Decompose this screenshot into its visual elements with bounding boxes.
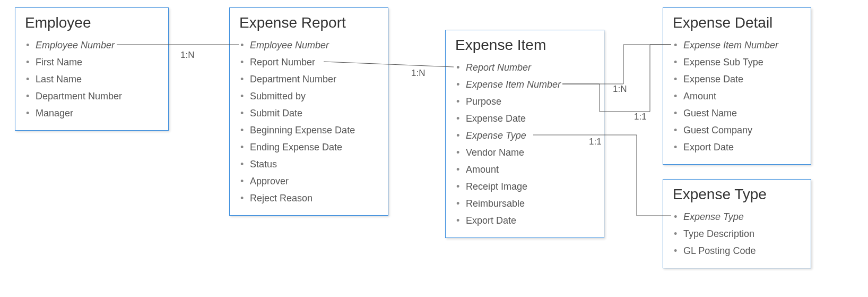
entity-expense-detail-attrs: Expense Item NumberExpense Sub TypeExpen… (673, 37, 801, 156)
entity-expense-type: Expense Type Expense TypeType Descriptio… (663, 179, 811, 268)
attr-item: GL Posting Code (673, 242, 801, 259)
attr-item: Expense Date (673, 71, 801, 88)
attr-item: Export Date (455, 212, 594, 229)
attr-item: Beginning Expense Date (239, 122, 378, 139)
attr-item: Amount (673, 88, 801, 105)
entity-employee-attrs: Employee NumberFirst NameLast NameDepart… (25, 37, 159, 122)
entity-expense-item-attrs: Report NumberExpense Item NumberPurposeE… (455, 59, 594, 229)
attr-item: Expense Type (455, 127, 594, 144)
attr-item: Purpose (455, 93, 594, 110)
attr-item: Receipt Image (455, 178, 594, 195)
entity-expense-detail: Expense Detail Expense Item NumberExpens… (663, 7, 811, 165)
attr-item: Expense Date (455, 110, 594, 127)
entity-title: Expense Detail (673, 14, 801, 31)
rel-label-emp-report: 1:N (180, 50, 194, 61)
entity-title: Expense Type (673, 186, 801, 203)
attr-item: Ending Expense Date (239, 139, 378, 156)
attr-item: Department Number (239, 71, 378, 88)
entity-expense-report: Expense Report Employee NumberReport Num… (229, 7, 388, 216)
attr-item: Approver (239, 173, 378, 190)
entity-title: Employee (25, 14, 159, 31)
entity-expense-type-attrs: Expense TypeType DescriptionGL Posting C… (673, 208, 801, 259)
attr-item: Report Number (455, 59, 594, 76)
attr-item: Employee Number (25, 37, 159, 54)
attr-item: First Name (25, 54, 159, 71)
entity-title: Expense Item (455, 37, 594, 54)
rel-label-item-type: 1:1 (589, 137, 602, 147)
rel-label-report-item: 1:N (411, 68, 425, 79)
attr-item: Expense Item Number (455, 76, 594, 93)
attr-item: Vendor Name (455, 144, 594, 161)
attr-item: Amount (455, 161, 594, 178)
entity-employee: Employee Employee NumberFirst NameLast N… (15, 7, 169, 131)
attr-item: Report Number (239, 54, 378, 71)
attr-item: Manager (25, 105, 159, 122)
attr-item: Employee Number (239, 37, 378, 54)
attr-item: Type Description (673, 225, 801, 242)
attr-item: Expense Item Number (673, 37, 801, 54)
rel-label-item-detail: 1:N (613, 84, 627, 95)
attr-item: Export Date (673, 139, 801, 156)
attr-item: Reject Reason (239, 190, 378, 207)
entity-expense-report-attrs: Employee NumberReport NumberDepartment N… (239, 37, 378, 207)
attr-item: Submitted by (239, 88, 378, 105)
attr-item: Status (239, 156, 378, 173)
attr-item: Guest Name (673, 105, 801, 122)
attr-item: Expense Type (673, 208, 801, 225)
attr-item: Reimbursable (455, 195, 594, 212)
entity-title: Expense Report (239, 14, 378, 31)
attr-item: Submit Date (239, 105, 378, 122)
attr-item: Expense Sub Type (673, 54, 801, 71)
entity-expense-item: Expense Item Report NumberExpense Item N… (445, 30, 604, 238)
attr-item: Guest Company (673, 122, 801, 139)
attr-item: Last Name (25, 71, 159, 88)
rel-label-item-detail2: 1:1 (634, 112, 647, 122)
attr-item: Department Number (25, 88, 159, 105)
